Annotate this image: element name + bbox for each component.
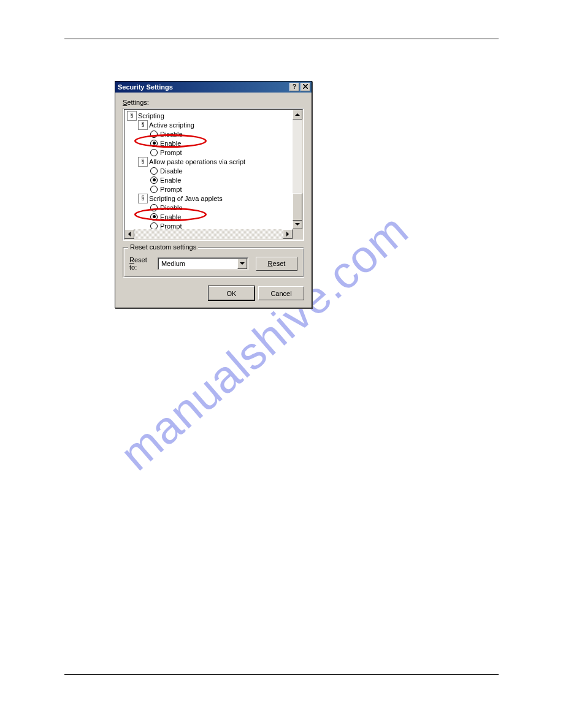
radio-selected-icon (150, 140, 158, 147)
close-icon (303, 84, 308, 89)
radio-paste-disable[interactable]: Disable (126, 166, 293, 175)
ok-button[interactable]: OK (209, 286, 255, 300)
radio-applets-prompt[interactable]: Prompt (126, 221, 293, 229)
security-settings-dialog: Security Settings ? Settings: § Scriptin… (115, 81, 312, 308)
help-button[interactable]: ? (289, 83, 299, 91)
h-scrollbar[interactable] (124, 229, 293, 239)
radio-active-enable[interactable]: Enable (126, 138, 293, 148)
radio-icon (150, 149, 158, 156)
v-scroll-track[interactable] (293, 119, 302, 219)
chevron-left-icon (127, 232, 132, 237)
chevron-down-icon (240, 261, 245, 266)
radio-icon (150, 204, 158, 211)
radio-selected-icon (150, 213, 158, 221)
scroll-right-button[interactable] (283, 229, 293, 239)
radio-paste-enable[interactable]: Enable (126, 175, 293, 184)
radio-icon (150, 222, 158, 230)
combo-value: Medium (159, 259, 237, 269)
cancel-button[interactable]: Cancel (258, 286, 304, 300)
combo-dropdown-button[interactable] (237, 259, 247, 269)
chevron-right-icon (285, 232, 290, 237)
close-button[interactable] (301, 83, 310, 91)
reset-to-combo[interactable]: Medium (158, 257, 248, 270)
radio-paste-prompt[interactable]: Prompt (126, 184, 293, 194)
reset-button[interactable]: Reset (256, 257, 297, 271)
dialog-titlebar: Security Settings ? (115, 82, 312, 93)
chevron-up-icon (295, 112, 300, 117)
v-scrollbar[interactable] (293, 110, 302, 229)
scroll-down-button[interactable] (293, 219, 302, 229)
reset-custom-settings-group: Reset custom settings Reset to: Medium R… (123, 247, 304, 278)
script-icon: § (138, 157, 148, 167)
group-title: Reset custom settings (128, 243, 198, 251)
radio-icon (150, 167, 158, 175)
tree-node-allow-paste[interactable]: § Allow paste operations via script (126, 157, 293, 166)
tree-node-active-scripting[interactable]: § Active scripting (126, 120, 293, 129)
scrollbar-corner (293, 229, 302, 239)
tree-node-java-applets[interactable]: § Scripting of Java applets (126, 194, 293, 203)
tree-node-scripting[interactable]: § Scripting (126, 111, 293, 120)
radio-active-disable[interactable]: Disable (126, 129, 293, 138)
radio-icon (150, 186, 158, 193)
radio-applets-disable[interactable]: Disable (126, 203, 293, 212)
radio-active-prompt[interactable]: Prompt (126, 148, 293, 157)
script-icon: § (138, 194, 148, 203)
radio-icon (150, 131, 158, 138)
script-icon: § (138, 120, 148, 130)
radio-selected-icon (150, 176, 158, 184)
settings-label: Settings: (123, 99, 304, 106)
script-icon: § (127, 111, 137, 121)
scroll-up-button[interactable] (293, 110, 302, 119)
chevron-down-icon (295, 222, 300, 227)
page-bottom-rule (64, 674, 499, 675)
radio-applets-enable[interactable]: Enable (126, 212, 293, 221)
reset-to-label: Reset to: (129, 256, 154, 271)
page-top-rule (64, 39, 499, 39)
settings-tree[interactable]: § Scripting § Active scripting Disable (123, 108, 304, 241)
scroll-left-button[interactable] (124, 229, 134, 239)
h-scroll-track[interactable] (134, 229, 283, 239)
dialog-title: Security Settings (118, 83, 288, 91)
v-scroll-thumb[interactable] (293, 193, 302, 221)
